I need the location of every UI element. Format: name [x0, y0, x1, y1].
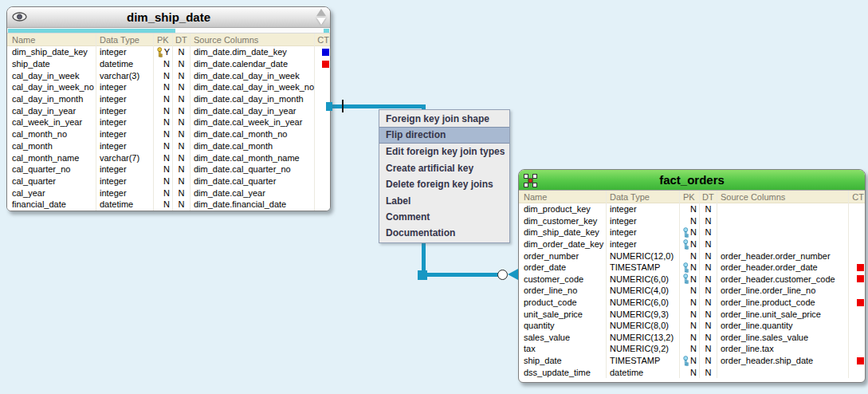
diagram-canvas[interactable]: dim_ship_date Name Data Type PK DT Sourc…: [0, 0, 868, 394]
column-pk-cell: N: [680, 285, 700, 297]
column-source-cell: [717, 227, 849, 238]
table-row[interactable]: customer_code NUMERIC(6,0) N N order_hea…: [519, 274, 865, 286]
column-dt-cell: N: [173, 104, 190, 116]
column-source-cell: order_header.order_date: [717, 262, 849, 274]
table-row[interactable]: cal_day_in_year integer N N dim_date.cal…: [7, 104, 330, 116]
column-name-cell: quantity: [519, 320, 607, 332]
column-type-cell: NUMERIC(6,0): [607, 297, 680, 309]
column-pk-cell: N: [154, 164, 173, 175]
table-row[interactable]: product_code NUMERIC(6,0) N N order_line…: [519, 297, 865, 309]
column-source-cell: dim_date.calendar_date: [190, 58, 315, 70]
table-row[interactable]: dim_ship_date_key integer N N: [519, 227, 865, 238]
column-dt-cell: N: [700, 238, 717, 250]
table-row[interactable]: cal_quarter integer N N dim_date.cal_qua…: [7, 175, 330, 187]
column-ct-cell: [849, 227, 866, 238]
table-row[interactable]: cal_day_in_week varchar(3) N N dim_date.…: [7, 69, 330, 81]
menu-item[interactable]: Foreign key join shape: [379, 111, 509, 127]
scroll-up-icon[interactable]: [316, 9, 326, 16]
column-header-ct: CT: [315, 33, 331, 46]
column-header-source: Source Columns: [190, 33, 315, 46]
ct-color-square: [857, 229, 864, 236]
column-ct-cell: [315, 164, 331, 175]
primary-key-icon: [682, 227, 689, 238]
table-row[interactable]: cal_week_in_year integer N N dim_date.ca…: [7, 116, 330, 128]
table-scroll-arrows: [316, 9, 326, 25]
column-dt-cell: N: [173, 93, 190, 105]
table-row[interactable]: order_line_no NUMERIC(4,0) N N order_lin…: [519, 285, 865, 297]
column-ct-cell: [849, 238, 866, 250]
table-row[interactable]: order_date TIMESTAMP N N order_header.or…: [519, 262, 865, 274]
column-type-cell: varchar(3): [96, 69, 154, 81]
table-dim-ship-date[interactable]: dim_ship_date Name Data Type PK DT Sourc…: [6, 6, 331, 211]
horizontal-scrollbar[interactable]: [7, 28, 330, 33]
table-row[interactable]: cal_day_in_week_no integer N N dim_date.…: [7, 81, 330, 93]
menu-item[interactable]: Documentation: [379, 225, 509, 241]
column-type-cell: NUMERIC(9,2): [607, 343, 680, 355]
column-pk-cell: N: [680, 297, 700, 309]
table-row[interactable]: unit_sale_price NUMERIC(9,3) N N order_l…: [519, 308, 865, 320]
table-row[interactable]: quantity NUMERIC(8,0) N N order_line.qua…: [519, 320, 865, 332]
table-fact-orders[interactable]: fact_orders Name Data Type PK DT Source …: [518, 169, 866, 383]
column-source-cell: order_line.quantity: [717, 320, 849, 332]
fk-join-line-horizontal-bottom[interactable]: [422, 273, 500, 277]
table-row[interactable]: dim_customer_key integer N N: [519, 215, 865, 227]
column-name-cell: dim_order_date_key: [519, 238, 607, 250]
table-row[interactable]: sales_value NUMERIC(13,2) N N order_line…: [519, 332, 865, 344]
column-name-cell: dim_ship_date_key: [519, 227, 607, 238]
table-row[interactable]: dim_order_date_key integer N N: [519, 238, 865, 250]
column-type-cell: integer: [96, 104, 154, 116]
column-source-cell: dim_date.cal_month_name: [190, 152, 315, 164]
table-row[interactable]: cal_month_no integer N N dim_date.cal_mo…: [7, 128, 330, 140]
menu-item[interactable]: Delete foreign key joins: [379, 176, 509, 192]
eye-icon[interactable]: [12, 10, 27, 25]
table-row[interactable]: cal_day_in_month integer N N dim_date.ca…: [7, 93, 330, 105]
column-dt-cell: N: [700, 262, 717, 274]
table-row[interactable]: ship_date datetime N N dim_date.calendar…: [7, 58, 330, 70]
menu-item[interactable]: Comment: [379, 209, 509, 225]
column-ct-cell: [315, 175, 331, 187]
column-pk-cell: N: [154, 58, 173, 70]
column-type-cell: NUMERIC(8,0): [607, 320, 680, 332]
table-row[interactable]: dim_product_key integer N N: [519, 203, 865, 215]
table-titlebar[interactable]: fact_orders: [519, 170, 865, 191]
table-row[interactable]: order_number NUMERIC(12,0) N N order_hea…: [519, 250, 865, 262]
table-row[interactable]: tax NUMERIC(9,2) N N order_line.tax: [519, 343, 865, 355]
table-row[interactable]: cal_quarter_no integer N N dim_date.cal_…: [7, 164, 330, 175]
column-pk-cell: N: [680, 332, 700, 344]
scrollbar-thumb[interactable]: [8, 29, 175, 33]
scroll-down-icon[interactable]: [316, 18, 326, 25]
column-source-cell: order_header.ship_date: [717, 355, 849, 367]
menu-item[interactable]: Create artificial key: [379, 160, 509, 176]
column-header-pk: PK: [154, 33, 173, 46]
menu-item[interactable]: Flip direction: [379, 127, 509, 144]
column-dt-cell: N: [173, 140, 190, 152]
column-pk-cell: N: [680, 274, 700, 286]
column-dt-cell: N: [700, 297, 717, 309]
column-source-cell: dim_date.cal_day_in_month: [190, 93, 315, 105]
table-row[interactable]: ship_date TIMESTAMP N N order_header.shi…: [519, 355, 865, 367]
column-pk-cell: N: [680, 250, 700, 262]
table-rows: dim_product_key integer N N dim_customer…: [519, 203, 865, 378]
column-ct-cell: [315, 116, 331, 128]
table-row[interactable]: dss_update_time datetime N N: [519, 366, 865, 378]
table-row[interactable]: financial_date datetime N N dim_date.fin…: [7, 199, 330, 211]
ct-color-square: [322, 84, 329, 91]
column-source-cell: dim_date.cal_day_in_week_no: [190, 81, 315, 93]
ct-color-square: [322, 177, 329, 184]
menu-item[interactable]: Edit foreign key join types: [379, 144, 509, 160]
column-header-pk: PK: [680, 191, 700, 203]
menu-item[interactable]: Label: [379, 193, 509, 209]
table-row[interactable]: dim_ship_date_key integer Y N dim_date.d…: [7, 46, 330, 58]
column-pk-cell: Y: [154, 46, 173, 58]
column-source-cell: [717, 238, 849, 250]
table-rows: dim_ship_date_key integer Y N dim_date.d…: [7, 46, 330, 211]
table-row[interactable]: cal_year integer N N dim_date.cal_year: [7, 187, 330, 199]
column-name-cell: sales_value: [519, 332, 607, 344]
fk-join-circle-end[interactable]: [497, 270, 508, 280]
ct-color-square: [322, 154, 329, 161]
column-pk-cell: N: [680, 355, 700, 367]
table-row[interactable]: cal_month integer N N dim_date.cal_month: [7, 140, 330, 152]
table-titlebar[interactable]: dim_ship_date: [7, 7, 330, 28]
table-row[interactable]: cal_month_name varchar(7) N N dim_date.c…: [7, 152, 330, 164]
column-source-cell: dim_date.dim_date_key: [190, 46, 315, 58]
